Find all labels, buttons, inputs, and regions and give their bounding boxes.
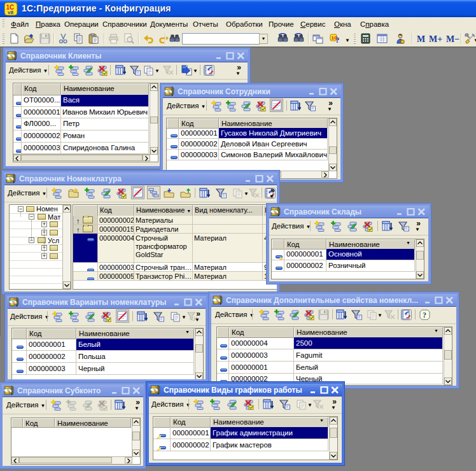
svg-text:v8: v8 xyxy=(8,10,13,15)
